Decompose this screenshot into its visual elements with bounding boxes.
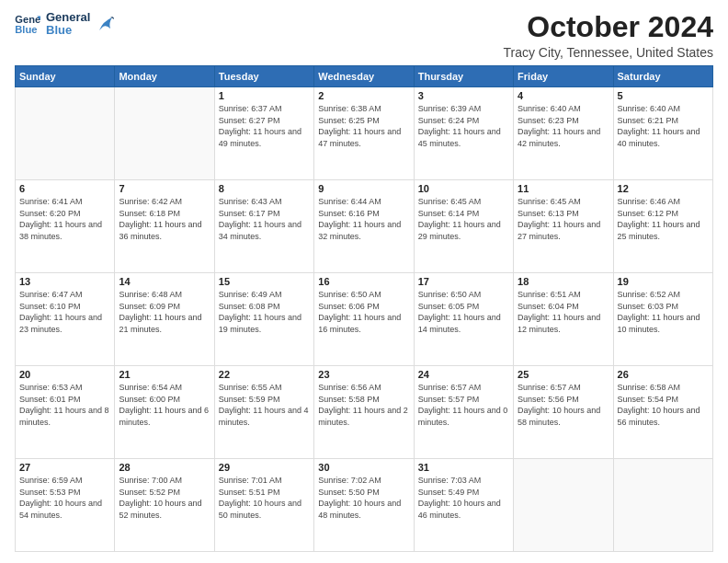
day-number-w1d2: 8 — [219, 183, 310, 194]
day-number-w1d1: 7 — [119, 183, 210, 194]
day-number-w4d2: 29 — [219, 462, 310, 473]
day-number-w3d1: 21 — [119, 369, 210, 380]
day-cell-w0d2: 1Sunrise: 6:37 AMSunset: 6:27 PMDaylight… — [214, 87, 313, 180]
day-info-w2d1: Sunrise: 6:48 AMSunset: 6:09 PMDaylight:… — [119, 289, 210, 335]
day-number-w4d1: 28 — [119, 462, 210, 473]
day-number-w4d3: 30 — [318, 462, 409, 473]
day-number-w1d3: 9 — [318, 183, 409, 194]
day-number-w2d6: 19 — [618, 276, 709, 287]
day-cell-w3d5: 25Sunrise: 6:57 AMSunset: 5:56 PMDayligh… — [514, 366, 613, 459]
day-info-w0d4: Sunrise: 6:39 AMSunset: 6:24 PMDaylight:… — [418, 103, 509, 149]
day-cell-w2d0: 13Sunrise: 6:47 AMSunset: 6:10 PMDayligh… — [16, 273, 115, 366]
day-cell-w0d0 — [16, 87, 115, 180]
day-info-w0d5: Sunrise: 6:40 AMSunset: 6:23 PMDaylight:… — [518, 103, 609, 149]
page: General Blue General Blue October 2024 T… — [0, 0, 728, 563]
day-number-w4d0: 27 — [19, 462, 110, 473]
day-number-w3d3: 23 — [318, 369, 409, 380]
col-sunday: Sunday — [16, 66, 115, 87]
day-cell-w2d2: 15Sunrise: 6:49 AMSunset: 6:08 PMDayligh… — [214, 273, 313, 366]
day-info-w4d4: Sunrise: 7:03 AMSunset: 5:49 PMDaylight:… — [418, 475, 509, 521]
day-info-w4d3: Sunrise: 7:02 AMSunset: 5:50 PMDaylight:… — [318, 475, 409, 521]
day-info-w3d0: Sunrise: 6:53 AMSunset: 6:01 PMDaylight:… — [19, 382, 110, 428]
day-number-w2d4: 17 — [418, 276, 509, 287]
day-cell-w1d2: 8Sunrise: 6:43 AMSunset: 6:17 PMDaylight… — [214, 180, 313, 273]
svg-text:General: General — [15, 14, 40, 25]
day-number-w3d4: 24 — [418, 369, 509, 380]
day-cell-w1d0: 6Sunrise: 6:41 AMSunset: 6:20 PMDaylight… — [16, 180, 115, 273]
day-cell-w3d0: 20Sunrise: 6:53 AMSunset: 6:01 PMDayligh… — [16, 366, 115, 459]
day-info-w3d2: Sunrise: 6:55 AMSunset: 5:59 PMDaylight:… — [219, 382, 310, 428]
day-number-w1d6: 12 — [618, 183, 709, 194]
day-cell-w0d6: 5Sunrise: 6:40 AMSunset: 6:21 PMDaylight… — [613, 87, 712, 180]
main-title: October 2024 — [503, 11, 713, 43]
day-cell-w0d3: 2Sunrise: 6:38 AMSunset: 6:25 PMDaylight… — [314, 87, 414, 180]
day-cell-w4d4: 31Sunrise: 7:03 AMSunset: 5:49 PMDayligh… — [414, 459, 513, 552]
day-number-w1d5: 11 — [518, 183, 609, 194]
day-info-w3d6: Sunrise: 6:58 AMSunset: 5:54 PMDaylight:… — [618, 382, 709, 428]
day-cell-w4d0: 27Sunrise: 6:59 AMSunset: 5:53 PMDayligh… — [16, 459, 115, 552]
day-info-w1d1: Sunrise: 6:42 AMSunset: 6:18 PMDaylight:… — [119, 196, 210, 242]
day-number-w3d2: 22 — [219, 369, 310, 380]
day-number-w3d5: 25 — [518, 369, 609, 380]
day-cell-w3d6: 26Sunrise: 6:58 AMSunset: 5:54 PMDayligh… — [613, 366, 712, 459]
day-info-w1d3: Sunrise: 6:44 AMSunset: 6:16 PMDaylight:… — [318, 196, 409, 242]
day-info-w0d2: Sunrise: 6:37 AMSunset: 6:27 PMDaylight:… — [219, 103, 310, 149]
day-cell-w4d3: 30Sunrise: 7:02 AMSunset: 5:50 PMDayligh… — [314, 459, 414, 552]
day-info-w1d0: Sunrise: 6:41 AMSunset: 6:20 PMDaylight:… — [19, 196, 110, 242]
day-number-w0d2: 1 — [219, 90, 310, 101]
week-row-3: 20Sunrise: 6:53 AMSunset: 6:01 PMDayligh… — [16, 366, 713, 459]
day-cell-w4d5 — [514, 459, 613, 552]
calendar-table: Sunday Monday Tuesday Wednesday Thursday… — [15, 65, 713, 552]
calendar-header-row: Sunday Monday Tuesday Wednesday Thursday… — [16, 66, 713, 87]
day-number-w0d3: 2 — [318, 90, 409, 101]
day-info-w3d4: Sunrise: 6:57 AMSunset: 5:57 PMDaylight:… — [418, 382, 509, 428]
day-number-w1d4: 10 — [418, 183, 509, 194]
day-cell-w3d3: 23Sunrise: 6:56 AMSunset: 5:58 PMDayligh… — [314, 366, 414, 459]
week-row-1: 6Sunrise: 6:41 AMSunset: 6:20 PMDaylight… — [16, 180, 713, 273]
header: General Blue General Blue October 2024 T… — [15, 11, 713, 60]
day-cell-w4d6 — [613, 459, 712, 552]
day-cell-w2d1: 14Sunrise: 6:48 AMSunset: 6:09 PMDayligh… — [115, 273, 214, 366]
day-cell-w2d5: 18Sunrise: 6:51 AMSunset: 6:04 PMDayligh… — [514, 273, 613, 366]
day-cell-w2d6: 19Sunrise: 6:52 AMSunset: 6:03 PMDayligh… — [613, 273, 712, 366]
day-info-w4d1: Sunrise: 7:00 AMSunset: 5:52 PMDaylight:… — [119, 475, 210, 521]
col-tuesday: Tuesday — [214, 66, 313, 87]
day-cell-w0d1 — [115, 87, 214, 180]
day-info-w4d0: Sunrise: 6:59 AMSunset: 5:53 PMDaylight:… — [19, 475, 110, 521]
day-number-w3d0: 20 — [19, 369, 110, 380]
day-number-w0d5: 4 — [518, 90, 609, 101]
logo-blue: Blue — [46, 24, 90, 37]
day-info-w2d6: Sunrise: 6:52 AMSunset: 6:03 PMDaylight:… — [618, 289, 709, 335]
day-info-w2d5: Sunrise: 6:51 AMSunset: 6:04 PMDaylight:… — [518, 289, 609, 335]
col-thursday: Thursday — [414, 66, 513, 87]
col-friday: Friday — [514, 66, 613, 87]
day-number-w3d6: 26 — [618, 369, 709, 380]
day-info-w1d6: Sunrise: 6:46 AMSunset: 6:12 PMDaylight:… — [618, 196, 709, 242]
day-cell-w1d4: 10Sunrise: 6:45 AMSunset: 6:14 PMDayligh… — [414, 180, 513, 273]
day-info-w3d5: Sunrise: 6:57 AMSunset: 5:56 PMDaylight:… — [518, 382, 609, 428]
day-info-w2d2: Sunrise: 6:49 AMSunset: 6:08 PMDaylight:… — [219, 289, 310, 335]
day-cell-w1d3: 9Sunrise: 6:44 AMSunset: 6:16 PMDaylight… — [314, 180, 414, 273]
day-cell-w3d1: 21Sunrise: 6:54 AMSunset: 6:00 PMDayligh… — [115, 366, 214, 459]
day-number-w2d2: 15 — [219, 276, 310, 287]
day-info-w0d3: Sunrise: 6:38 AMSunset: 6:25 PMDaylight:… — [318, 103, 409, 149]
day-cell-w1d6: 12Sunrise: 6:46 AMSunset: 6:12 PMDayligh… — [613, 180, 712, 273]
day-info-w2d0: Sunrise: 6:47 AMSunset: 6:10 PMDaylight:… — [19, 289, 110, 335]
day-number-w1d0: 6 — [19, 183, 110, 194]
day-number-w0d6: 5 — [618, 90, 709, 101]
subtitle: Tracy City, Tennessee, United States — [503, 45, 713, 60]
day-cell-w3d4: 24Sunrise: 6:57 AMSunset: 5:57 PMDayligh… — [414, 366, 513, 459]
day-cell-w4d2: 29Sunrise: 7:01 AMSunset: 5:51 PMDayligh… — [214, 459, 313, 552]
day-info-w0d6: Sunrise: 6:40 AMSunset: 6:21 PMDaylight:… — [618, 103, 709, 149]
day-info-w3d1: Sunrise: 6:54 AMSunset: 6:00 PMDaylight:… — [119, 382, 210, 428]
day-cell-w2d3: 16Sunrise: 6:50 AMSunset: 6:06 PMDayligh… — [314, 273, 414, 366]
day-cell-w0d4: 3Sunrise: 6:39 AMSunset: 6:24 PMDaylight… — [414, 87, 513, 180]
day-info-w3d3: Sunrise: 6:56 AMSunset: 5:58 PMDaylight:… — [318, 382, 409, 428]
day-info-w1d4: Sunrise: 6:45 AMSunset: 6:14 PMDaylight:… — [418, 196, 509, 242]
day-number-w0d4: 3 — [418, 90, 509, 101]
logo-icon: General Blue — [15, 13, 40, 35]
week-row-2: 13Sunrise: 6:47 AMSunset: 6:10 PMDayligh… — [16, 273, 713, 366]
day-info-w4d2: Sunrise: 7:01 AMSunset: 5:51 PMDaylight:… — [219, 475, 310, 521]
day-info-w2d3: Sunrise: 6:50 AMSunset: 6:06 PMDaylight:… — [318, 289, 409, 335]
day-cell-w2d4: 17Sunrise: 6:50 AMSunset: 6:05 PMDayligh… — [414, 273, 513, 366]
